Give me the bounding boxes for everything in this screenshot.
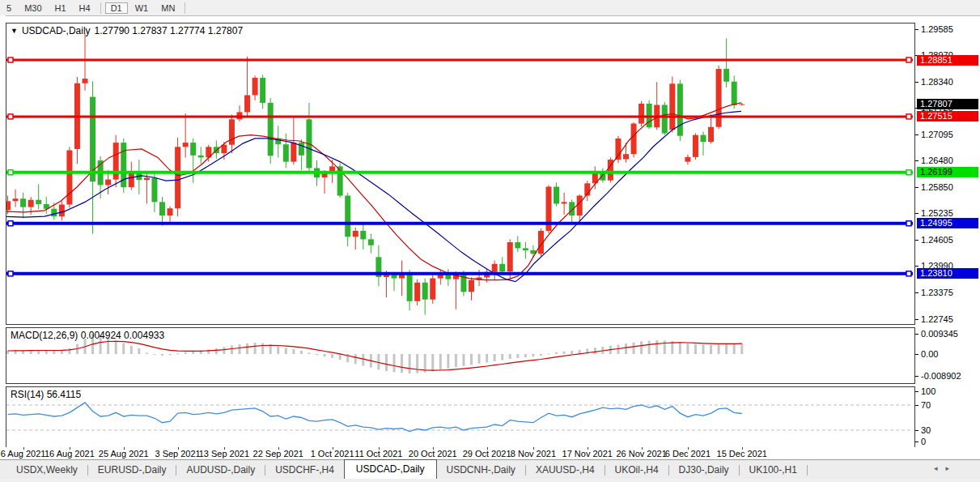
timeframe-button-m30[interactable]: M30: [19, 2, 47, 14]
candle-body: [414, 283, 420, 301]
chart-tab-usdx-weekly[interactable]: USDX,Weekly: [6, 462, 87, 479]
macd-bar: [733, 343, 736, 354]
macd-bar: [516, 354, 519, 358]
candle-body: [353, 231, 358, 237]
line-handle[interactable]: [906, 271, 911, 276]
macd-bar: [625, 343, 627, 354]
time-axis[interactable]: 6 Aug 202116 Aug 202125 Aug 20213 Sep 20…: [6, 447, 915, 459]
macd-bar: [261, 343, 264, 354]
candle-body: [732, 82, 737, 105]
horizontal-level-line[interactable]: [6, 58, 913, 62]
macd-tick: [915, 334, 918, 335]
line-handle[interactable]: [8, 221, 13, 226]
candle-body: [515, 242, 520, 248]
macd-bar: [633, 343, 635, 354]
time-axis-label: 16 Aug 2021: [45, 449, 95, 459]
timeframe-button-h1[interactable]: H1: [49, 2, 72, 14]
tab-scroll-left-icon[interactable]: ◂: [934, 464, 946, 472]
macd-bar: [169, 354, 172, 355]
candle-body: [144, 178, 150, 181]
chart-title: ▼ USDCAD-,Daily 1.27790 1.27837 1.27774 …: [11, 25, 243, 36]
price-level-badge: 1.28851: [917, 55, 978, 66]
main-chart-pane[interactable]: ▼ USDCAD-,Daily 1.27790 1.27837 1.27774 …: [6, 23, 915, 325]
line-handle[interactable]: [906, 170, 911, 175]
macd-bar: [239, 344, 241, 354]
candle-body: [499, 264, 505, 271]
candle-body: [105, 180, 111, 186]
timeframe-button-mn[interactable]: MN: [155, 2, 180, 14]
line-handle[interactable]: [8, 58, 13, 62]
macd-bar: [679, 342, 681, 354]
chart-tab-dj30-daily[interactable]: DJ30-,Daily: [669, 462, 739, 479]
horizontal-level-line[interactable]: [6, 114, 913, 119]
line-handle[interactable]: [906, 114, 911, 119]
candle-body: [723, 69, 729, 82]
line-handle[interactable]: [906, 221, 911, 226]
line-handle[interactable]: [8, 170, 13, 175]
timeframe-button-5[interactable]: 5: [1, 2, 17, 14]
rsi-pane[interactable]: RSI(14) 56.4115: [6, 386, 915, 448]
chart-ohlc-values: 1.27790 1.27837 1.27774 1.27807: [95, 25, 244, 36]
candle-body: [175, 147, 180, 208]
timeframe-button-w1[interactable]: W1: [129, 2, 155, 14]
line-handle[interactable]: [8, 271, 13, 276]
macd-bar: [664, 340, 666, 354]
candle-body: [28, 200, 34, 207]
price-axis[interactable]: 1.295851.289701.283401.277251.270951.264…: [915, 23, 980, 447]
macd-bar: [53, 350, 55, 354]
macd-axis-label: 0.009345: [921, 329, 958, 339]
candle-body: [662, 105, 668, 134]
macd-bar: [486, 354, 488, 362]
tab-scroll-arrows: ◂▸: [934, 464, 957, 472]
macd-bar: [161, 354, 163, 356]
macd-bar: [718, 344, 720, 354]
macd-bar: [146, 352, 148, 354]
macd-bar: [478, 354, 481, 364]
horizontal-level-line[interactable]: [6, 170, 913, 175]
tab-separator: [807, 465, 808, 476]
macd-bar: [702, 344, 705, 354]
chart-tab-ukoil-h4[interactable]: UKOil-,H4: [605, 462, 668, 479]
rsi-tick: [915, 405, 918, 406]
price-level-badge: 1.27515: [917, 111, 978, 122]
chart-tab-xauusd-h4[interactable]: XAUUSD-,H4: [526, 462, 605, 479]
timeframe-button-h4[interactable]: H4: [74, 2, 96, 14]
chart-tab-usdcnh-daily[interactable]: USDCNH-,Daily: [437, 462, 525, 479]
candle-body: [129, 173, 134, 187]
macd-bar: [385, 354, 388, 371]
macd-bar: [130, 346, 133, 354]
macd-bar: [354, 354, 357, 364]
chart-tab-audusd-daily[interactable]: AUDUSD-,Daily: [176, 462, 265, 479]
macd-bar: [455, 354, 457, 367]
line-handle[interactable]: [906, 58, 911, 62]
macd-bar: [300, 351, 303, 354]
candle-body: [66, 151, 72, 205]
macd-bar: [532, 354, 534, 356]
chevron-down-icon: ▼: [11, 27, 18, 35]
macd-bar: [331, 354, 333, 358]
horizontal-level-line[interactable]: [6, 221, 913, 226]
price-tick: [915, 319, 918, 320]
line-handle[interactable]: [8, 114, 13, 119]
rsi-tick: [915, 430, 918, 431]
chart-tab-uk100-h1[interactable]: UK100-,H1: [740, 462, 807, 479]
macd-tick: [915, 376, 918, 377]
candle-body: [631, 124, 637, 155]
tab-scroll-right-icon[interactable]: ▸: [945, 464, 957, 472]
chart-tab-usdcad-daily[interactable]: USDCAD-,Daily: [344, 459, 437, 479]
macd-bar: [710, 345, 712, 354]
rsi-tick: [915, 441, 918, 442]
candle-body: [407, 273, 413, 301]
chart-tab-usdchf-h4[interactable]: USDCHF-,H4: [265, 462, 344, 479]
candle-body: [168, 208, 173, 215]
macd-bar: [509, 354, 511, 359]
macd-pane[interactable]: MACD(12,26,9) 0.004924 0.004933: [6, 327, 915, 384]
macd-bar: [324, 354, 326, 356]
horizontal-level-line[interactable]: [6, 271, 913, 276]
macd-bar: [285, 348, 287, 354]
chart-tab-eurusd-daily[interactable]: EURUSD-,Daily: [88, 462, 176, 479]
timeframe-button-d1[interactable]: D1: [105, 2, 128, 14]
candle-body: [615, 139, 621, 160]
candle-body: [183, 143, 189, 147]
macd-bar: [617, 345, 619, 354]
